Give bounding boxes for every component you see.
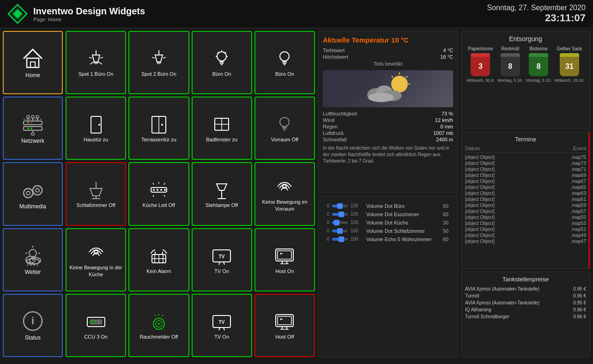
slider-thumb-3[interactable] [337,228,343,234]
widget-spot1-label: Spot 1 Büro On [79,71,114,77]
slider-min-2: 0 [323,220,329,225]
tank-rows: AVIA Xpress (Automaten-Tankstelle) 0.95 … [465,285,586,320]
widget-terrassentuer[interactable]: Terrassentür zu [128,97,189,160]
slider-track-4[interactable] [332,238,348,241]
bin-body-3: 31 [560,53,579,76]
svg-point-62 [280,52,289,61]
svg-line-91 [153,183,154,185]
slider-row-2: 0 100 Volume Dot Küche 30 [323,220,453,225]
weather-description: In der Nacht verdichten sich die Wolken … [323,145,453,164]
widget-keine-bewegung-kueche[interactable]: Keine Bewegung in der Küche [66,228,126,291]
slider-track-2[interactable] [332,221,348,224]
widget-rauchmelder[interactable]: Rauchmelder Off [128,294,189,357]
svg-marker-49 [155,55,163,62]
sidebar-item-status[interactable]: i Status [3,294,63,357]
widget-rauchmelder-label: Rauchmelder Off [139,334,178,340]
svg-marker-96 [217,184,227,190]
widget-terrassentuer-label: Terrassentür zu [141,136,176,143]
termine-row-8: [object Object] .map59 [465,202,586,208]
widget-spot1-buero[interactable]: Spot 1 Büro On [66,31,126,94]
sidebar-item-home[interactable]: Home [3,31,63,94]
svg-line-46 [98,62,102,64]
status-icon: i [21,309,44,333]
svg-line-95 [164,195,165,197]
svg-line-45 [90,62,94,64]
widget-kein-alarm[interactable]: Kein Alarm [128,228,189,291]
slider-thumb-0[interactable] [337,203,343,209]
svg-line-60 [225,52,226,53]
widget-vorraum-label: Vorraum Off [271,136,298,143]
tankstellen-box: Tankstellenpreise AVIA Xpress (Automaten… [461,272,590,357]
slider-label-1: Volume Dot Esszimmer [366,212,440,217]
slider-thumb-1[interactable] [339,212,344,217]
termine-datum-14: [object Object] [465,239,495,244]
widget-schlafzimmer[interactable]: Schlafzimmer Off [66,162,126,225]
widget-kuecheled[interactable]: Küche Led Off [128,162,189,225]
red-line-indicator [588,132,590,268]
widget-buero2-label: Büro On [275,71,294,77]
widget-kuecheled-label: Küche Led Off [143,202,175,208]
termine-datum-9: [object Object] [465,209,495,214]
widget-keine-bewegung-vorraum[interactable]: Keine Bewegung im Vorraum [254,162,315,225]
slider-row-1: 0 100 Volume Dot Esszimmer 60 [323,212,453,217]
sidebar-item-netzwerk[interactable]: Netzwerk [3,97,63,160]
sidebar-item-multimedia[interactable]: Multimedia [3,162,63,225]
widget-host-on[interactable]: Host On [254,228,315,291]
widget-buero-on-2[interactable]: Büro On [254,31,315,94]
widget-spot2-label: Spot 2 Büro On [141,71,176,77]
termine-title: Termine [465,136,586,143]
bin-number-0: 3 [478,62,483,71]
svg-line-51 [163,57,166,58]
slider-track-3[interactable] [332,230,348,232]
widget-stehlampe[interactable]: Stehlampe Off [192,162,252,225]
slider-thumb-2[interactable] [334,220,339,225]
slider-val-1: 60 [443,212,453,217]
svg-line-128 [155,315,156,316]
widget-spot2-buero[interactable]: Spot 2 Büro On [128,31,189,94]
widget-vorraum-off[interactable]: Vorraum Off [254,97,315,160]
svg-point-10 [27,122,29,124]
termine-datum-7: [object Object] [465,197,495,202]
svg-point-149 [368,93,394,102]
svg-point-89 [160,189,162,191]
widget-ccu3[interactable]: CCU 3 On [66,294,126,357]
bin-number-3: 31 [565,62,574,71]
grid-row-1: Spot 1 Büro On Spot 2 Büro On [66,31,315,94]
svg-point-67 [98,124,100,126]
widget-host-on-label: Host On [275,268,294,274]
alarm-icon [148,245,169,267]
weather-luftdruck: Luftdruck 1007 mb [323,130,453,136]
widget-host-off[interactable]: Host Off [254,294,315,357]
slider-label-0: Volume Dot Büro [366,203,440,209]
widget-badfenster[interactable]: Badfenster zu [192,97,252,160]
weather-box: Aktuelle Temperatur 10 °C Tiefstwert 4 °… [318,31,458,193]
termine-event-11: .map53 [571,221,586,226]
motion-icon-1 [274,176,295,197]
widget-tv-on-1[interactable]: TV TV On [192,228,252,291]
sliders-box: 0 100 Volume Dot Büro 50 0 100 Volume Do… [318,195,458,358]
svg-point-24 [26,191,30,195]
svg-line-93 [164,183,165,185]
smoke-icon [148,311,169,332]
sidebar-item-wetter[interactable]: Wetter [3,228,63,291]
svg-point-52 [157,61,161,64]
bin-date-2: Montag, 5.10. [526,78,551,83]
widget-host-off-label: Host Off [275,334,294,340]
svg-point-71 [161,124,163,126]
slider-track-0[interactable] [332,205,348,207]
widget-haustuer-label: Haustür zu [84,136,108,143]
page-subtitle: Page: Home [33,17,145,22]
slider-thumb-4[interactable] [339,237,344,242]
door-icon-2 [148,114,169,135]
termine-datum-0: [object Object] [465,155,495,160]
svg-line-44 [100,57,103,58]
svg-text:TV: TV [219,254,225,259]
widget-tv-on-2[interactable]: TV TV On [192,294,252,357]
termine-rows: [object Object] .map75 [object Object] .… [465,154,586,244]
widget-haustuer[interactable]: Haustür zu [66,97,126,160]
slider-track-1[interactable] [332,213,348,216]
entsorgung-title: Entsorgung [465,35,586,42]
termine-datum-4: [object Object] [465,179,495,184]
monitor-icon-2 [274,311,295,332]
widget-buero-on-1[interactable]: Büro On [192,31,252,94]
